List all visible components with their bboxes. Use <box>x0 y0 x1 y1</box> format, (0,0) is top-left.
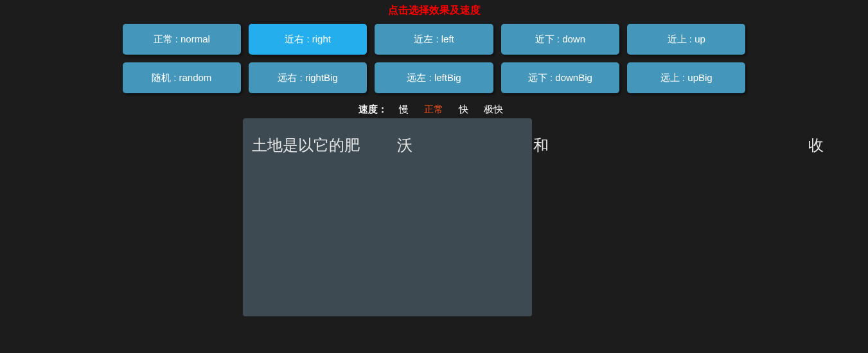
speed-row: 速度： 慢 正常 快 极快 <box>123 104 746 116</box>
stage-char: 沃 <box>397 135 412 156</box>
animation-stage: 土地是以它的肥 沃 和 收 <box>243 118 532 316</box>
effect-upbig-button[interactable]: 远上 : upBig <box>627 62 745 93</box>
effect-downbig-button[interactable]: 远下 : downBig <box>501 62 619 93</box>
stage-char: 收 <box>808 135 824 156</box>
speed-label: 速度： <box>359 104 387 114</box>
effect-up-button[interactable]: 近上 : up <box>627 24 745 55</box>
effect-left-button[interactable]: 近左 : left <box>375 24 493 55</box>
stage-char: 和 <box>533 135 549 156</box>
effect-button-grid: 正常 : normal 近右 : right 近左 : left 近下 : do… <box>123 24 746 93</box>
effect-rightbig-button[interactable]: 远右 : rightBig <box>249 62 367 93</box>
effect-down-button[interactable]: 近下 : down <box>501 24 619 55</box>
effect-normal-button[interactable]: 正常 : normal <box>123 24 241 55</box>
page-title: 点击选择效果及速度 <box>0 4 868 17</box>
speed-fast-option[interactable]: 快 <box>459 104 468 116</box>
speed-normal-option[interactable]: 正常 <box>424 104 443 116</box>
speed-veryfast-option[interactable]: 极快 <box>484 104 503 116</box>
speed-slow-option[interactable]: 慢 <box>399 104 409 116</box>
stage-char: 土地是以它的肥 <box>252 135 360 156</box>
effect-leftbig-button[interactable]: 远左 : leftBig <box>375 62 493 93</box>
effect-random-button[interactable]: 随机 : random <box>123 62 241 93</box>
effect-right-button[interactable]: 近右 : right <box>249 24 367 55</box>
